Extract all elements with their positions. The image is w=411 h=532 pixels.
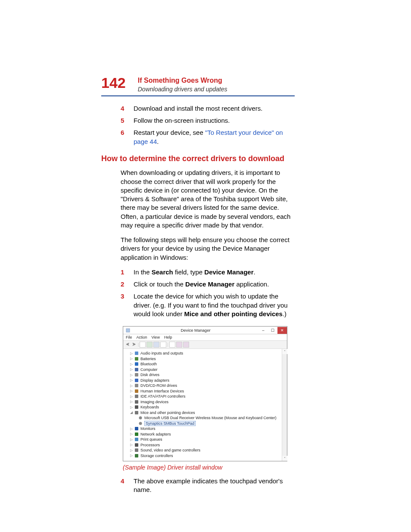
device-category-icon (134, 351, 139, 356)
tree-node[interactable]: ▷Network adapters (123, 432, 287, 437)
list-text: Download and install the most recent dri… (134, 104, 295, 113)
tree-node[interactable]: ▷Processors (123, 442, 287, 448)
tree-node[interactable]: ▷Batteries (123, 356, 287, 362)
menu-item[interactable]: Help (164, 335, 172, 339)
svg-rect-10 (135, 400, 138, 404)
list-item: 5Follow the on-screen instructions. (121, 116, 295, 125)
scroll-down-icon[interactable]: ˅ (282, 456, 287, 461)
list-item: 4Download and install the most recent dr… (121, 104, 295, 113)
expand-icon[interactable]: ▷ (130, 378, 134, 382)
cross-reference-link[interactable]: "To Restart your device" on page 44 (134, 129, 283, 145)
toolbar-button[interactable] (169, 342, 175, 348)
tree-node[interactable]: ▷Monitors (123, 426, 287, 432)
expand-icon[interactable]: ▷ (130, 432, 134, 436)
maximize-button[interactable]: ☐ (268, 327, 277, 334)
tree-node[interactable]: ▷Disk drives (123, 372, 287, 378)
toolbar-button[interactable] (140, 342, 146, 348)
tree-node[interactable]: ▷Bluetooth (123, 361, 287, 367)
device-category-icon (134, 373, 139, 377)
menu-item[interactable]: File (126, 335, 132, 339)
expand-icon[interactable]: ▷ (130, 443, 134, 447)
expand-icon[interactable]: ▷ (130, 448, 134, 452)
svg-rect-6 (135, 379, 138, 382)
expand-icon[interactable]: ▷ (130, 454, 134, 457)
svg-rect-4 (135, 368, 138, 371)
dm-titlebar: Device Manager – ☐ ✕ (123, 327, 287, 334)
toolbar-button[interactable] (176, 342, 182, 348)
tree-node-label: Sound, video and game controllers (140, 448, 200, 452)
dm-menubar: FileActionViewHelp (123, 334, 287, 341)
list-text: The above example indicates the touchpad… (134, 477, 295, 495)
bottom-numbered-list: 4The above example indicates the touchpa… (121, 477, 295, 495)
close-button[interactable]: ✕ (277, 327, 287, 334)
expand-icon[interactable]: ▷ (130, 400, 134, 404)
svg-point-14 (139, 422, 142, 425)
svg-rect-5 (135, 373, 138, 376)
device-category-icon (134, 442, 139, 447)
list-number: 2 (121, 280, 134, 289)
tree-node[interactable]: ▷Keyboards (123, 404, 287, 410)
menu-item[interactable]: View (152, 335, 160, 339)
expand-icon[interactable]: ▷ (130, 395, 134, 398)
tree-node[interactable]: ▷Print queues (123, 437, 287, 442)
dm-tree: ˄ ˅ ▷Audio inputs and outputs▷Batteries▷… (123, 349, 287, 461)
scrollbar[interactable]: ˄ ˅ (282, 349, 287, 461)
expand-icon[interactable]: ▷ (130, 357, 134, 361)
expand-icon[interactable]: ▷ (130, 367, 134, 371)
nav-forward-icon[interactable]: ⮞ (131, 342, 137, 347)
expand-icon[interactable]: ▷ (130, 427, 134, 431)
tree-child-node[interactable]: Microsoft USB Dual Receiver Wireless Mou… (123, 415, 287, 421)
menu-item[interactable]: Action (137, 335, 147, 339)
toolbar-button[interactable] (146, 342, 153, 348)
tree-child-label: Synaptics SMBus TouchPad (144, 421, 196, 426)
toolbar-button[interactable] (183, 342, 189, 348)
tree-node-label: Computer (140, 367, 158, 372)
list-item: 2Click or touch the Device Manager appli… (121, 280, 295, 289)
tree-node[interactable]: ▷Audio inputs and outputs (123, 351, 287, 356)
collapse-icon[interactable]: ◢ (130, 411, 134, 414)
list-text: Locate the device for which you wish to … (134, 292, 295, 318)
expand-icon[interactable]: ▷ (130, 384, 134, 388)
mid-numbered-list: 1In the Search field, type Device Manage… (121, 268, 295, 318)
expand-icon[interactable]: ▷ (130, 362, 134, 366)
list-number: 4 (121, 477, 134, 495)
device-icon (138, 416, 143, 420)
expand-icon[interactable]: ▷ (130, 352, 134, 355)
tree-node-label: Imaging devices (140, 400, 168, 404)
expand-icon[interactable]: ▷ (130, 405, 134, 409)
nav-back-icon[interactable]: ⮜ (125, 342, 131, 347)
dm-title: Device Manager (133, 328, 258, 333)
device-category-icon (134, 448, 139, 453)
expand-icon[interactable]: ▷ (130, 373, 134, 377)
bold-text: Device Manager (204, 268, 253, 276)
tree-node-label: Storage controllers (140, 454, 173, 458)
tree-node[interactable]: ▷Computer (123, 367, 287, 373)
tree-node-label: Human Interface Devices (140, 389, 184, 393)
toolbar-button[interactable] (160, 342, 166, 348)
svg-rect-17 (135, 438, 138, 441)
toolbar-button[interactable] (153, 342, 159, 348)
list-item: 6Restart your device, see "To Restart yo… (121, 128, 295, 146)
tree-node[interactable]: ▷Human Interface Devices (123, 389, 287, 394)
tree-node[interactable]: ▷Display adapters (123, 378, 287, 383)
scroll-up-icon[interactable]: ˄ (282, 349, 287, 354)
body-paragraph-1: When downloading or updating drivers, it… (121, 168, 295, 230)
device-category-icon (134, 389, 139, 393)
tree-child-node[interactable]: Synaptics SMBus TouchPad (123, 421, 287, 426)
tree-node[interactable]: ▷Sound, video and game controllers (123, 448, 287, 453)
expand-icon[interactable]: ▷ (130, 438, 134, 442)
tree-node[interactable]: ▷Imaging devices (123, 399, 287, 405)
tree-node[interactable]: ▷Storage controllers (123, 453, 287, 459)
tree-node[interactable]: ◢Mice and other pointing devices (123, 410, 287, 416)
list-text: In the Search field, type Device Manager… (134, 268, 295, 277)
device-icon (138, 421, 143, 426)
dm-toolbar: ⮜ ⮞ | | (123, 341, 287, 349)
tree-node[interactable]: ▷DVD/CD-ROM drives (123, 383, 287, 389)
device-category-icon (134, 437, 139, 442)
expand-icon[interactable]: ▷ (130, 389, 134, 393)
tree-node-label: IDE ATA/ATAPI controllers (140, 394, 185, 398)
minimize-button[interactable]: – (258, 327, 268, 334)
tree-node-label: Audio inputs and outputs (140, 351, 183, 355)
svg-rect-12 (135, 411, 138, 414)
tree-node[interactable]: ▷IDE ATA/ATAPI controllers (123, 394, 287, 399)
